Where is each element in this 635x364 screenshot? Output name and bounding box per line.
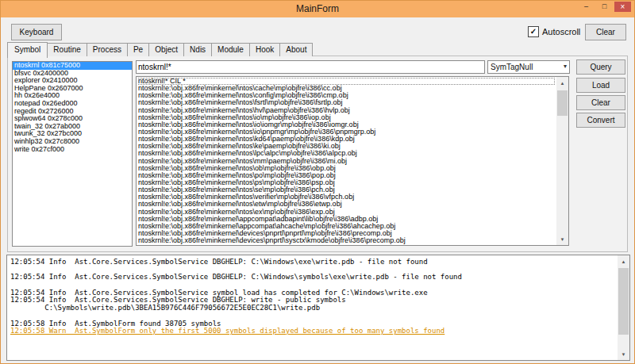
clear-button[interactable]: Clear bbox=[576, 95, 625, 110]
caption-buttons: – □ × bbox=[578, 2, 631, 12]
scroll-down-icon[interactable]: ▼ bbox=[556, 233, 568, 245]
symbol-results-rows: ntoskrnl!* CIL *ntoskrnl!e:\obj.x86fre\m… bbox=[138, 78, 555, 244]
scroll-down-icon[interactable]: ▼ bbox=[618, 348, 629, 360]
tab[interactable]: Object bbox=[148, 43, 184, 56]
load-button[interactable]: Load bbox=[576, 78, 625, 93]
scroll-up-icon[interactable]: ▲ bbox=[556, 77, 568, 89]
log-line: 12:05:54 Info Ast.Core.Services.SymbolSe… bbox=[10, 274, 615, 282]
symtag-combo-value: SymTagNull bbox=[491, 63, 533, 71]
log-scrollbar[interactable]: ▲ ▼ bbox=[618, 255, 629, 360]
results-scrollbar[interactable]: ▲ ▼ bbox=[556, 77, 568, 245]
autoscroll-checkbox[interactable]: ✓ Autoscroll bbox=[528, 26, 580, 37]
tab[interactable]: Module bbox=[211, 43, 250, 56]
log-line: 12:05:54 Info Ast.Core.Services.SymbolSe… bbox=[10, 259, 615, 266]
tab[interactable]: Hook bbox=[249, 43, 280, 56]
tab[interactable]: Ndis bbox=[183, 43, 212, 56]
symbol-tab-panel: ntoskrnl 0x81c75000bfsvc 0x2400000explor… bbox=[7, 56, 628, 252]
toolbar-clear-button[interactable]: Clear bbox=[585, 24, 626, 40]
titlebar[interactable]: MainForm – □ × bbox=[1, 1, 634, 17]
maximize-button[interactable]: □ bbox=[596, 2, 613, 12]
log-line: C:\Symbols\write.pdb\3BEA15B976C446F7905… bbox=[10, 305, 615, 312]
tab[interactable]: Symbol bbox=[7, 42, 48, 58]
symtag-combo[interactable]: SymTagNull ▾ bbox=[487, 60, 570, 74]
tab[interactable]: Pe bbox=[127, 43, 149, 56]
keyboard-button[interactable]: Keyboard bbox=[11, 24, 62, 40]
convert-button[interactable]: Convert bbox=[576, 113, 625, 128]
log-line: 12:05:58 Warn Ast.SymbolForm only the fi… bbox=[10, 328, 615, 335]
symbol-results-list[interactable]: ntoskrnl!* CIL *ntoskrnl!e:\obj.x86fre\m… bbox=[136, 76, 569, 246]
autoscroll-label: Autoscroll bbox=[542, 27, 580, 36]
tab[interactable]: Routine bbox=[47, 43, 87, 56]
check-icon: ✓ bbox=[530, 28, 537, 36]
log-output[interactable]: 12:05:54 Info Ast.Core.Services.SymbolSe… bbox=[6, 255, 630, 361]
minimize-icon: – bbox=[584, 3, 588, 10]
symbol-filter-input[interactable] bbox=[136, 60, 485, 74]
query-button[interactable]: Query bbox=[576, 59, 625, 75]
tab[interactable]: Process bbox=[87, 43, 128, 56]
scroll-up-icon[interactable]: ▲ bbox=[618, 255, 629, 267]
maximize-icon: □ bbox=[602, 3, 606, 10]
tab[interactable]: About bbox=[279, 43, 313, 56]
log-scrollbar-thumb[interactable] bbox=[618, 268, 629, 335]
mainform-window: MainForm – □ × Keyboard ✓ Autoscroll Cle… bbox=[0, 0, 635, 364]
module-list-item[interactable]: write 0x27cf000 bbox=[13, 146, 132, 154]
close-icon: × bbox=[621, 3, 625, 11]
chevron-down-icon: ▾ bbox=[564, 63, 567, 70]
tab-strip: SymbolRoutineProcessPeObjectNdisModuleHo… bbox=[7, 42, 312, 56]
checkbox-box: ✓ bbox=[528, 26, 539, 37]
log-lines: 12:05:54 Info Ast.Core.Services.SymbolSe… bbox=[10, 259, 615, 358]
window-title: MainForm bbox=[1, 3, 634, 14]
minimize-button[interactable]: – bbox=[578, 2, 595, 12]
symbol-result-item[interactable]: ntoskrnl!e:\obj.x86fre\minkernel\devices… bbox=[138, 237, 555, 244]
module-list[interactable]: ntoskrnl 0x81c75000bfsvc 0x2400000explor… bbox=[12, 61, 133, 247]
close-button[interactable]: × bbox=[614, 2, 631, 12]
results-scrollbar-thumb[interactable] bbox=[557, 90, 568, 116]
